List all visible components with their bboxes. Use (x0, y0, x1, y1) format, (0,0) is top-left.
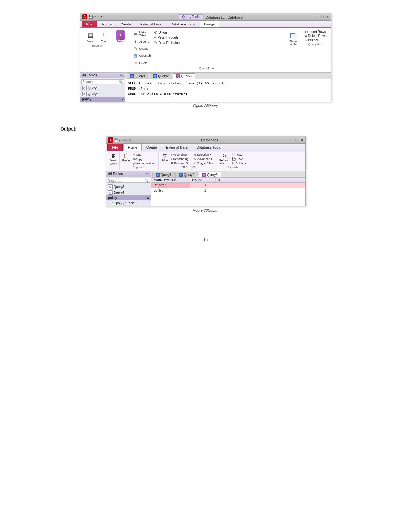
tab-create[interactable]: Create (116, 21, 135, 27)
builder-icon: ⌂ (305, 38, 307, 42)
toggle-filter-icon: ✓ (194, 162, 197, 165)
union-item[interactable]: ⊙ Union (154, 30, 180, 34)
figure2-caption: Figure 26Output (61, 208, 351, 212)
tab-database-tools[interactable]: Database Tools (166, 21, 199, 27)
append-button[interactable]: + Append (132, 38, 152, 45)
query-tab-2[interactable]: Q Query2 (150, 73, 172, 79)
delete-button[interactable]: ✕ Delete (132, 60, 152, 66)
close-btn-2[interactable]: ✕ (300, 138, 303, 142)
title-bar-right-2: ─ □ ✕ (290, 138, 303, 142)
save-record-button[interactable]: 💾 Save (231, 157, 247, 161)
col-header-extra[interactable]: ▾ (216, 178, 222, 182)
clipboard-group-label: Clipboard (133, 166, 145, 169)
tab-design[interactable]: Design (200, 21, 219, 27)
copy-button[interactable]: ⧉ Copy (132, 157, 157, 161)
paste-label: Paste (122, 159, 130, 162)
pass-through-label: Pass-Through (158, 36, 178, 39)
query3-icon-2: Q (108, 184, 113, 189)
query1-tab-icon: Q (130, 74, 134, 78)
remove-sort-button[interactable]: ⊠ Remove Sort (170, 161, 192, 165)
make-table-button[interactable]: ▤ MakeTable (132, 30, 152, 38)
nav-item-query4[interactable]: Q Query4 (80, 91, 125, 97)
qt-col1: ▤ MakeTable + Append ✎ Update (132, 30, 152, 66)
nav-item-query4-2[interactable]: Q Query4 (106, 190, 151, 195)
nav-item-query3[interactable]: Q Query3 (80, 85, 125, 91)
query-tab-3-2[interactable]: Q Query3 (199, 172, 221, 177)
ascending-button[interactable]: ↑ Ascending (170, 153, 192, 157)
selection-button[interactable]: ◈ Selection ▾ (193, 153, 214, 157)
tab-external-data-2[interactable]: External Data (162, 144, 192, 151)
table-row-1[interactable]: Scttled 1 (151, 188, 305, 193)
output-label: Output: (61, 126, 351, 132)
delete-record-button[interactable]: ✕ Delete ▾ (231, 161, 247, 165)
col-header-claim-status[interactable]: claim_status ▾ (151, 178, 190, 182)
nav-section-policy-2[interactable]: policy ∧ (106, 195, 151, 200)
nav-collapse-icon-2[interactable]: ▾ (145, 172, 147, 175)
tab-external-data[interactable]: External Data (136, 21, 166, 27)
run-button[interactable]: ! Run (98, 30, 109, 44)
format-painter-button[interactable]: 🖌 Format Painter (132, 162, 157, 165)
nav-panel-header-output: All Tables ▾ « (106, 171, 151, 177)
select-button[interactable]: ■ Select (115, 30, 126, 44)
nav-expand-icon-2[interactable]: « (147, 172, 149, 175)
nav-search-input[interactable] (83, 80, 119, 84)
tab-file[interactable]: File (82, 21, 97, 27)
delete-rows-item[interactable]: ≡ Delete Rows (305, 34, 327, 38)
nav-search-input-2[interactable] (108, 179, 145, 182)
data-def-label: Data Definition (159, 41, 180, 44)
nav-panel-output: All Tables ▾ « 🔍 Q Query3 (106, 171, 151, 206)
maximize-btn[interactable]: □ (321, 15, 324, 19)
format-painter-icon: 🖌 (133, 162, 136, 165)
tab-create-2[interactable]: Create (142, 144, 161, 151)
sort-filter-label: Sort & Filter (180, 165, 195, 169)
ribbon-content-query: ▦ View ! Run Results (80, 28, 331, 72)
close-btn[interactable]: ✕ (326, 15, 329, 19)
builder-item[interactable]: ⌂ Builder (305, 38, 327, 42)
view-btn-2[interactable]: ▦ View (109, 153, 117, 162)
update-button[interactable]: ✎ Update (132, 45, 152, 52)
col-header-count[interactable]: Count (190, 178, 216, 182)
query3-tab-icon-2: Q (202, 173, 206, 177)
query-tab-2-2[interactable]: Q Query2 (175, 172, 198, 177)
results-group-label: Results (92, 44, 102, 47)
show-table-icon: ▤ (288, 31, 298, 40)
query-tab-1-2[interactable]: Q Query1 (152, 172, 175, 177)
cell-status-0: Rejected (151, 183, 190, 188)
minimize-btn[interactable]: ─ (316, 15, 319, 19)
nav-collapse-icon[interactable]: ▾ (120, 74, 121, 77)
nav-section-policy[interactable]: policy ∧ (80, 97, 125, 102)
sql-text: SELECT claim.claim_status, Count(*) AS [… (128, 81, 328, 97)
sort-filter-buttons: ▽ Filter ↑ Ascending ↓ Descending (161, 153, 214, 165)
advanced-button[interactable]: ⚙ Advanced ▾ (193, 157, 214, 161)
pass-through-item[interactable]: ● Pass-Through (154, 35, 180, 40)
nav-item-policy-table[interactable]: T policy : Table (106, 200, 151, 206)
query-tab-3[interactable]: Q Query3 (173, 73, 195, 79)
minimize-btn-2[interactable]: ─ (290, 138, 293, 142)
tab-home-2[interactable]: Home (123, 144, 141, 151)
cut-button[interactable]: ✂ Cut (132, 153, 157, 157)
data-definition-item[interactable]: ✎ Data Definition (154, 40, 180, 45)
filter-button[interactable]: ▽ Filter (161, 153, 169, 162)
show-table-button[interactable]: ▤ ShowTable (287, 30, 299, 47)
maximize-btn-2[interactable]: □ (296, 138, 298, 142)
tab-file-2[interactable]: File (107, 144, 123, 151)
nav-item-query3-2[interactable]: Q Query3 (106, 184, 151, 190)
refresh-button[interactable]: ↻ Refresh All ▾ (218, 153, 230, 165)
new-record-button[interactable]: 📄 New (231, 153, 247, 157)
views-group: ▦ View Views (107, 152, 120, 170)
sql-editor[interactable]: SELECT claim.claim_status, Count(*) AS [… (125, 79, 331, 102)
toggle-filter-button[interactable]: ✓ Toggle Filter (193, 161, 214, 165)
paste-button[interactable]: 📋 Paste (122, 153, 131, 162)
crosstab-button[interactable]: ▦ Crosstab (132, 53, 152, 59)
tab-home[interactable]: Home (98, 21, 115, 27)
title-bar-query: A 💾 ↩ ↪ ▾ ⊟ Query Tools Database15 : Dat… (80, 13, 331, 21)
table-row-0[interactable]: Rejected 1 (151, 183, 305, 188)
insert-rows-item[interactable]: ⊡ Insert Rows (305, 30, 327, 34)
descending-button[interactable]: ↓ Descending (170, 157, 192, 161)
query-tab-1[interactable]: Q Query1 (127, 73, 149, 79)
access-window-query: A 💾 ↩ ↪ ▾ ⊟ Query Tools Database15 : Dat… (80, 13, 331, 102)
view-button[interactable]: ▦ View (85, 30, 96, 44)
tab-database-tools-2[interactable]: Database Tools (192, 144, 225, 151)
nav-expand-icon[interactable]: « (122, 74, 123, 77)
query2-tab-icon: Q (153, 74, 157, 78)
